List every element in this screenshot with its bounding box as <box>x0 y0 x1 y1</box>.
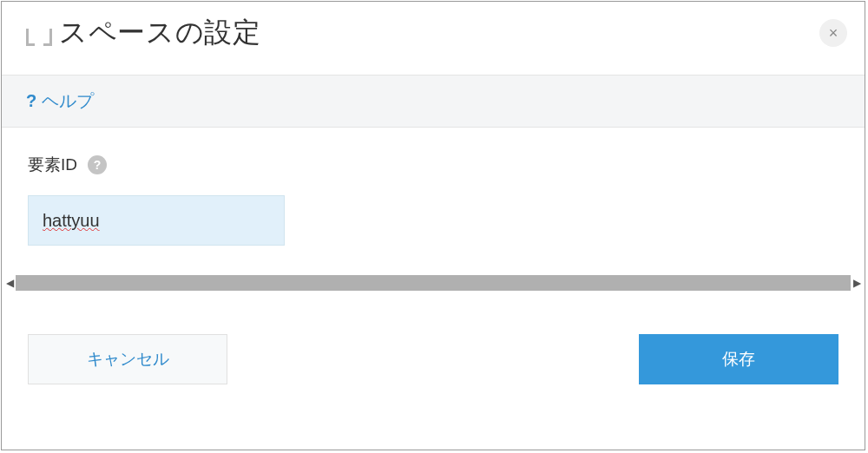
space-settings-dialog: スペースの設定 × ? ヘルプ 要素ID ? ◀ ▶ キャンセル 保存 <box>1 1 865 450</box>
dialog-title: スペースの設定 <box>59 14 260 52</box>
field-label-row: 要素ID ? <box>28 154 838 176</box>
cancel-button[interactable]: キャンセル <box>28 334 227 384</box>
horizontal-scrollbar[interactable]: ◀ ▶ <box>2 275 865 291</box>
svg-rect-3 <box>43 43 52 46</box>
info-icon[interactable]: ? <box>88 155 107 174</box>
space-icon <box>26 29 52 46</box>
save-button[interactable]: 保存 <box>639 334 838 384</box>
content-area: 要素ID ? <box>2 128 865 275</box>
help-link[interactable]: ヘルプ <box>42 89 94 113</box>
dialog-footer: キャンセル 保存 <box>2 291 865 409</box>
element-id-label: 要素ID <box>28 154 77 176</box>
close-icon: × <box>829 25 838 41</box>
scroll-right-arrow-icon[interactable]: ▶ <box>851 275 863 291</box>
scroll-left-arrow-icon[interactable]: ◀ <box>3 275 16 291</box>
help-icon: ? <box>26 91 36 111</box>
close-button[interactable]: × <box>819 19 847 47</box>
scroll-track[interactable] <box>16 275 851 291</box>
help-bar: ? ヘルプ <box>2 75 865 128</box>
element-id-input[interactable] <box>28 195 285 246</box>
svg-rect-1 <box>26 43 35 46</box>
dialog-header: スペースの設定 × <box>2 2 865 75</box>
